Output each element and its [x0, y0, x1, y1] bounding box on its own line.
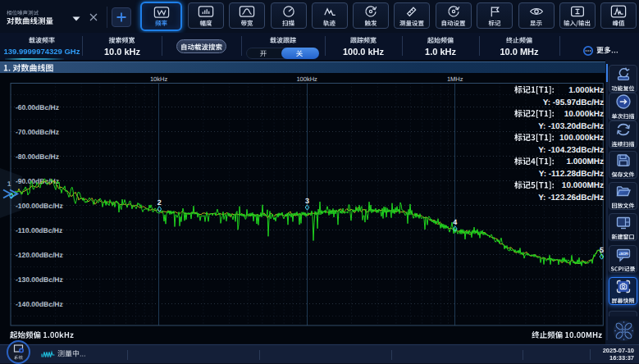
- svg-text:3: 3: [305, 197, 309, 205]
- svg-text:100kHz: 100kHz: [296, 75, 317, 83]
- svg-text:Y: -112.28dBc/Hz: Y: -112.28dBc/Hz: [539, 170, 604, 179]
- svg-text:-130.00dBc/Hz: -130.00dBc/Hz: [16, 275, 63, 284]
- svg-text:-60.00dBc/Hz: -60.00dBc/Hz: [16, 103, 59, 111]
- svg-text:10.000kHz: 10.000kHz: [564, 110, 604, 119]
- svg-text:Y: -95.97dBc/Hz: Y: -95.97dBc/Hz: [543, 98, 604, 107]
- svg-text:4: 4: [453, 218, 457, 226]
- svg-text:+SCPI: +SCPI: [618, 252, 628, 256]
- svg-text:Y: -123.26dBc/Hz: Y: -123.26dBc/Hz: [538, 193, 604, 202]
- svg-text:100.000kHz: 100.000kHz: [559, 134, 604, 143]
- svg-text:2: 2: [157, 198, 162, 207]
- svg-text:-100.00dBc/Hz: -100.00dBc/Hz: [16, 202, 63, 210]
- svg-text:-80.00dBc/Hz: -80.00dBc/Hz: [16, 152, 59, 161]
- svg-text:Y: -104.23dBc/Hz: Y: -104.23dBc/Hz: [538, 146, 604, 155]
- svg-text:-70.00dBc/Hz: -70.00dBc/Hz: [16, 128, 59, 136]
- svg-text:-110.00dBc/Hz: -110.00dBc/Hz: [16, 226, 62, 234]
- svg-text:Y: -103.20dBc/Hz: Y: -103.20dBc/Hz: [538, 122, 604, 131]
- svg-text:10kHz: 10kHz: [150, 75, 168, 83]
- svg-text:10.000MHz: 10.000MHz: [562, 181, 604, 190]
- svg-text:5: 5: [600, 246, 604, 254]
- svg-text:1: 1: [7, 180, 11, 188]
- svg-text:1.000kHz: 1.000kHz: [568, 86, 604, 95]
- svg-text:-120.00dBc/Hz: -120.00dBc/Hz: [16, 251, 63, 259]
- svg-text:-140.00dBc/Hz: -140.00dBc/Hz: [16, 300, 63, 308]
- svg-text:1MHz: 1MHz: [447, 75, 463, 83]
- svg-text:1.000MHz: 1.000MHz: [566, 157, 604, 166]
